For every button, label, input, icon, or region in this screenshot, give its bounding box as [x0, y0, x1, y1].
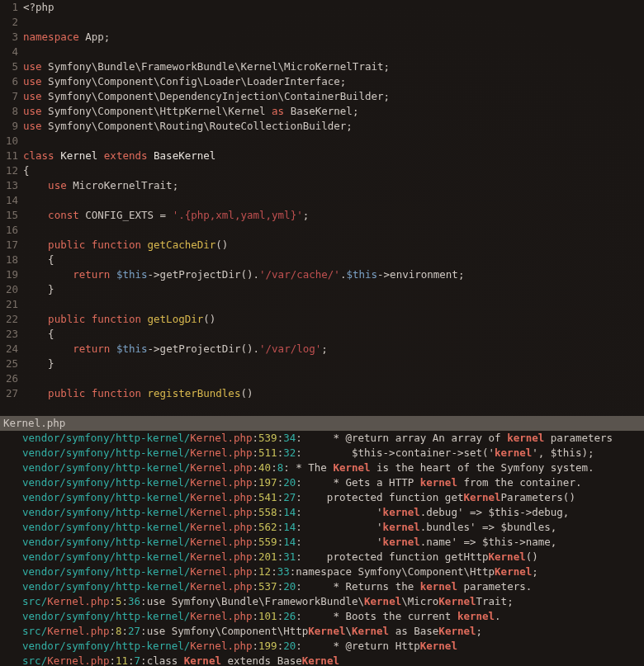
search-result-line[interactable]: vendor/symfony/http-kernel/Kernel.php:40…	[10, 461, 637, 475]
search-result-line[interactable]: vendor/symfony/http-kernel/Kernel.php:51…	[10, 446, 637, 461]
search-result-line[interactable]: vendor/symfony/http-kernel/Kernel.php:20…	[10, 550, 637, 564]
search-result-line[interactable]: vendor/symfony/http-kernel/Kernel.php:19…	[10, 639, 637, 654]
code-line[interactable]: use Symfony\Component\Config\Loader\Load…	[23, 74, 644, 89]
search-result-line[interactable]: src/Kernel.php:5:36:use Symfony\Bundle\F…	[10, 594, 637, 609]
line-number: 14	[0, 193, 18, 208]
code-line[interactable]: public function registerBundles()	[23, 386, 644, 401]
code-line[interactable]: use Symfony\Bundle\FrameworkBundle\Kerne…	[23, 59, 644, 74]
code-line[interactable]: {	[23, 327, 644, 342]
search-results-panel[interactable]: vendor/symfony/http-kernel/Kernel.php:53…	[0, 431, 644, 666]
line-number: 24	[0, 342, 18, 357]
code-line[interactable]: use Symfony\Component\DependencyInjectio…	[23, 89, 644, 104]
line-number: 1	[0, 0, 18, 15]
line-number: 16	[0, 223, 18, 238]
line-number: 10	[0, 134, 18, 149]
search-result-line[interactable]: vendor/symfony/http-kernel/Kernel.php:53…	[10, 579, 637, 594]
code-line[interactable]: return $this->getProjectDir().'/var/log'…	[23, 342, 644, 357]
search-result-line[interactable]: vendor/symfony/http-kernel/Kernel.php:54…	[10, 490, 637, 505]
line-number: 3	[0, 30, 18, 45]
code-line[interactable]: use Symfony\Component\HttpKernel\Kernel …	[23, 104, 644, 119]
code-line[interactable]: class Kernel extends BaseKernel	[23, 149, 644, 163]
line-number: 25	[0, 357, 18, 371]
line-number: 4	[0, 45, 18, 59]
code-line[interactable]	[23, 371, 644, 386]
line-number: 9	[0, 119, 18, 134]
search-result-line[interactable]: src/Kernel.php:8:27:use Symfony\Componen…	[10, 624, 637, 639]
line-number: 6	[0, 74, 18, 89]
line-number: 7	[0, 89, 18, 104]
code-line[interactable]: public function getLogDir()	[23, 312, 644, 327]
line-number: 19	[0, 267, 18, 282]
search-result-line[interactable]: vendor/symfony/http-kernel/Kernel.php:53…	[10, 431, 637, 446]
code-editor[interactable]: 1234567891011121314151617181920212223242…	[0, 0, 644, 416]
line-number: 21	[0, 297, 18, 312]
line-number: 18	[0, 253, 18, 267]
code-line[interactable]: const CONFIG_EXTS = '.{php,xml,yaml,yml}…	[23, 208, 644, 223]
code-line[interactable]	[23, 134, 644, 149]
code-line[interactable]: }	[23, 282, 644, 297]
search-result-line[interactable]: src/Kernel.php:11:7:class Kernel extends…	[10, 654, 637, 666]
line-number: 23	[0, 327, 18, 342]
line-number: 26	[0, 371, 18, 386]
search-result-line[interactable]: vendor/symfony/http-kernel/Kernel.php:56…	[10, 520, 637, 535]
code-line[interactable]	[23, 297, 644, 312]
code-line[interactable]	[23, 193, 644, 208]
search-result-line[interactable]: vendor/symfony/http-kernel/Kernel.php:55…	[10, 535, 637, 550]
code-line[interactable]: }	[23, 357, 644, 371]
code-line[interactable]: public function getCacheDir()	[23, 238, 644, 253]
search-result-line[interactable]: vendor/symfony/http-kernel/Kernel.php:10…	[10, 609, 637, 624]
line-number-gutter: 1234567891011121314151617181920212223242…	[0, 0, 23, 416]
search-result-line[interactable]: vendor/symfony/http-kernel/Kernel.php:19…	[10, 475, 637, 490]
line-number: 15	[0, 208, 18, 223]
code-line[interactable]: {	[23, 253, 644, 267]
code-line[interactable]: {	[23, 163, 644, 178]
code-area[interactable]: <?phpnamespace App;use Symfony\Bundle\Fr…	[23, 0, 644, 416]
line-number: 17	[0, 238, 18, 253]
code-line[interactable]	[23, 15, 644, 30]
code-line[interactable]: use MicroKernelTrait;	[23, 178, 644, 193]
search-result-line[interactable]: vendor/symfony/http-kernel/Kernel.php:12…	[10, 564, 637, 579]
line-number: 22	[0, 312, 18, 327]
buffer-name-bar: Kernel.php	[0, 416, 644, 431]
code-line[interactable]	[23, 223, 644, 238]
code-line[interactable]: return $this->getProjectDir().'/var/cach…	[23, 267, 644, 282]
line-number: 20	[0, 282, 18, 297]
line-number: 8	[0, 104, 18, 119]
search-result-line[interactable]: vendor/symfony/http-kernel/Kernel.php:55…	[10, 505, 637, 520]
line-number: 5	[0, 59, 18, 74]
line-number: 11	[0, 149, 18, 163]
code-line[interactable]: namespace App;	[23, 30, 644, 45]
line-number: 13	[0, 178, 18, 193]
code-line[interactable]: <?php	[23, 0, 644, 15]
code-line[interactable]	[23, 45, 644, 59]
code-line[interactable]: use Symfony\Component\Routing\RouteColle…	[23, 119, 644, 134]
line-number: 2	[0, 15, 18, 30]
line-number: 27	[0, 386, 18, 401]
line-number: 12	[0, 163, 18, 178]
